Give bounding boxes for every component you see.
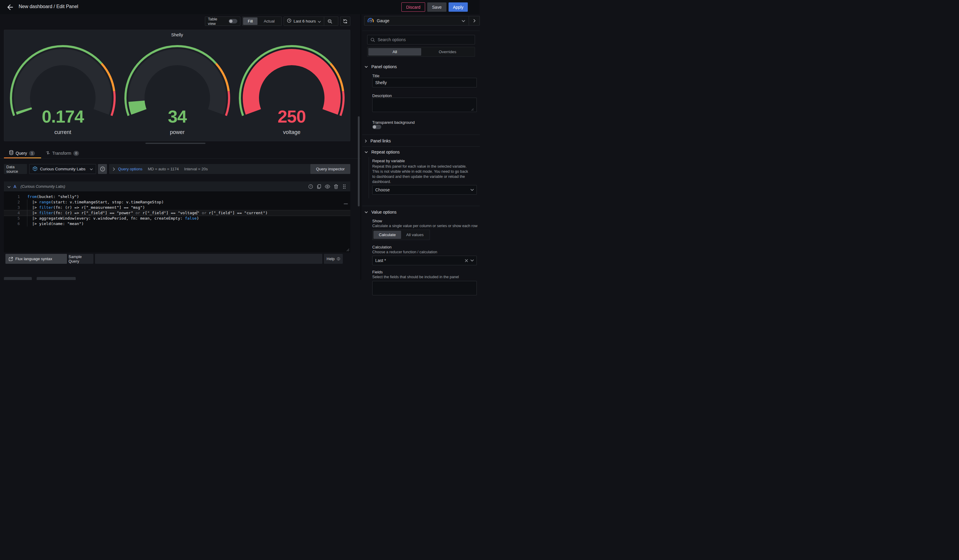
query-transform-tabs: Query 1 Transform 0 (0, 149, 360, 159)
tab-query[interactable]: Query 1 (9, 149, 35, 158)
fill-actual-group: Fill Actual (242, 16, 282, 26)
panel-options-header[interactable]: Panel options (365, 64, 397, 69)
query-help-icon[interactable]: ? (306, 182, 315, 191)
calculation-select[interactable]: Last * (372, 256, 477, 265)
textarea-resize-grip[interactable] (471, 108, 474, 111)
collapse-query-chevron-icon[interactable] (8, 184, 11, 189)
title-input[interactable]: Shelly (372, 78, 477, 88)
collapse-sidebar-chevron-icon[interactable] (469, 16, 480, 25)
back-arrow-icon[interactable] (5, 3, 14, 11)
all-overrides-tabs: All Overrides (367, 47, 475, 57)
time-range-picker[interactable]: Last 6 hours (284, 17, 324, 25)
gauge-field-label: current (6, 129, 120, 135)
panel-resize-handle[interactable] (145, 143, 206, 144)
transparent-background-toggle[interactable] (372, 125, 381, 129)
repeat-by-variable-label: Repeat by variable (372, 159, 405, 163)
options-pane: Search options All Overrides Panel optio… (362, 31, 480, 280)
all-values-button[interactable]: All values (401, 231, 429, 239)
datasource-label: Data source (4, 164, 27, 174)
save-button[interactable]: Save (427, 2, 446, 12)
gauge-power: 34 power (120, 43, 234, 136)
table-view-toggle[interactable] (229, 19, 237, 24)
code-line[interactable]: 6 |> yield(name: "mean") (4, 221, 350, 226)
flux-language-syntax-button[interactable]: Flux language syntax (5, 254, 67, 264)
breadcrumb: New dashboard / Edit Panel (19, 4, 78, 9)
gauge-value: 250 (235, 107, 349, 126)
drag-query-grip-icon[interactable] (340, 182, 349, 191)
chevron-right-icon (113, 167, 115, 171)
visualization-picker[interactable]: 79 Gauge (364, 16, 480, 25)
search-options-input[interactable]: Search options (367, 35, 475, 45)
value-options-header[interactable]: Value options (365, 210, 397, 215)
description-field-label: Description (372, 94, 392, 98)
discard-button[interactable]: Discard (401, 2, 425, 12)
value-options-title: Value options (371, 210, 397, 215)
tab-transform[interactable]: Transform 0 (46, 149, 79, 158)
repeat-options-header[interactable]: Repeat options (365, 150, 400, 154)
code-line[interactable]: 5 |> aggregateWindow(every: v.windowPeri… (4, 216, 350, 221)
delete-query-trash-icon[interactable] (332, 182, 340, 191)
datasource-picker[interactable]: Curious Community Labs (29, 164, 96, 174)
code-line[interactable]: 2 |> range(start: v.timeRangeStart, stop… (4, 199, 350, 205)
repeat-options-title: Repeat options (371, 150, 400, 154)
refresh-button[interactable] (340, 16, 350, 26)
flux-code-editor[interactable]: 1from(bucket: "shelly")2 |> range(start:… (4, 191, 350, 252)
clear-x-icon[interactable] (465, 259, 468, 262)
editor-resize-grip[interactable] (346, 248, 349, 251)
search-placeholder: Search options (378, 37, 406, 42)
panel-title: Shelly (4, 32, 350, 37)
calculation-field-label: Calculation (372, 245, 392, 249)
datasource-name: Curious Community Labs (40, 167, 88, 171)
repeat-by-variable-description: Repeat this panel for each value in the … (372, 164, 472, 185)
repeat-variable-select[interactable]: Choose (372, 185, 477, 195)
code-line[interactable]: 3 |> filter(fn: (r) => r["_measurement"]… (4, 205, 350, 210)
datasource-row: Data source Curious Community Labs ? Que… (4, 164, 350, 174)
help-button[interactable]: Help (324, 254, 343, 264)
gauge-field-label: power (120, 129, 234, 135)
datasource-help-button[interactable]: ? (98, 164, 107, 174)
calculate-button[interactable]: Calculate (373, 231, 401, 239)
chevron-right-icon (365, 139, 367, 143)
pane-scrollbar-thumb[interactable] (358, 116, 360, 207)
query-inspector-button[interactable]: Query inspector (311, 164, 350, 174)
external-link-icon (9, 257, 13, 261)
duplicate-query-icon[interactable] (315, 182, 323, 191)
query-count-badge: 1 (29, 151, 35, 156)
tab-all[interactable]: All (368, 48, 421, 56)
database-icon (9, 150, 14, 156)
add-expression-button-partial[interactable] (37, 277, 76, 280)
actual-button[interactable]: Actual (258, 18, 281, 25)
description-textarea[interactable] (372, 98, 477, 112)
query-datasource-hint: (Curious Community Labs) (21, 185, 306, 189)
max-data-points-stat: MD = auto = 1174 (148, 167, 179, 171)
gauge-value: 34 (120, 107, 234, 126)
fill-button[interactable]: Fill (243, 18, 258, 25)
toggle-visibility-eye-icon[interactable] (323, 182, 332, 191)
panel-links-header[interactable]: Panel links (365, 138, 391, 143)
influxdb-icon (32, 166, 38, 172)
visualization-name: Gauge (377, 18, 462, 23)
code-lines[interactable]: 1from(bucket: "shelly")2 |> range(start:… (4, 194, 350, 226)
query-row-header[interactable]: A (Curious Community Labs) ? (4, 181, 350, 191)
clock-icon (287, 18, 292, 24)
query-options-link[interactable]: Query options (118, 167, 142, 171)
chevron-down-icon (365, 151, 368, 153)
chevron-down-icon (365, 211, 368, 213)
table-view-label: Table view (208, 17, 226, 26)
transform-icon (46, 151, 50, 156)
section-divider (362, 135, 480, 135)
gauge-viz-icon: 79 (368, 18, 374, 24)
zoom-out-time-button[interactable] (324, 17, 335, 25)
code-line[interactable]: 4 |> filter(fn: (r) => r["_field"] == "p… (4, 210, 350, 216)
time-picker-group: Last 6 hours (284, 16, 338, 26)
add-query-button-partial[interactable] (4, 277, 32, 280)
query-options-bar[interactable]: Query options MD = auto = 1174 Interval … (109, 164, 313, 174)
sample-query-button[interactable]: Sample Query (68, 254, 94, 264)
code-line[interactable]: 1from(bucket: "shelly") (4, 194, 350, 199)
chevron-down-icon (462, 18, 465, 24)
editor-scrollbar[interactable] (344, 204, 348, 204)
chevron-down-icon (365, 66, 368, 68)
tab-overrides[interactable]: Overrides (421, 48, 474, 56)
apply-button[interactable]: Apply (449, 2, 468, 12)
time-range-label: Last 6 hours (293, 19, 316, 24)
